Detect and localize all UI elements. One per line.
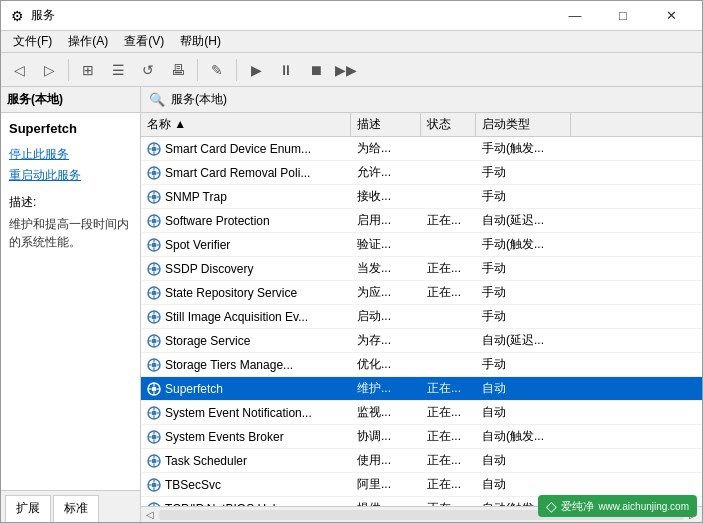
toolbar: ◁ ▷ ⊞ ☰ ↺ 🖶 ✎ ▶ ⏸ ⏹ ▶▶ [1,53,702,87]
close-button[interactable]: ✕ [648,1,694,31]
restart-service-link[interactable]: 重启动此服务 [9,167,132,184]
refresh-button[interactable]: ↺ [134,56,162,84]
service-startup-cell: 手动 [476,305,571,328]
service-desc-cell: 验证... [351,233,421,256]
service-startup-cell: 手动(触发... [476,137,571,160]
service-startup-cell: 手动(触发... [476,233,571,256]
menu-view[interactable]: 查看(V) [116,31,172,52]
maximize-button[interactable]: □ [600,1,646,31]
service-startup-cell: 自动 [476,449,571,472]
column-startup[interactable]: 启动类型 [476,113,571,136]
toolbar-separator-1 [68,59,69,81]
title-bar-controls: — □ ✕ [552,1,694,31]
minimize-button[interactable]: — [552,1,598,31]
table-row[interactable]: Software Protection 启用...正在...自动(延迟... [141,209,702,233]
watermark: ◇ 爱纯净 www.aichunjing.com [538,495,697,517]
left-panel-content: Superfetch 停止此服务 重启动此服务 描述: 维护和提高一段时间内的系… [1,113,140,490]
service-desc-cell: 提供... [351,497,421,506]
service-status-cell [421,146,476,152]
table-row[interactable]: Smart Card Removal Poli... 允许...手动 [141,161,702,185]
svg-point-25 [152,242,157,247]
service-desc-cell: 接收... [351,185,421,208]
service-name-cell: Software Protection [141,211,351,231]
table-row[interactable]: Smart Card Device Enum... 为给...手动(触发... [141,137,702,161]
watermark-url: www.aichunjing.com [598,501,689,512]
service-startup-cell: 自动 [476,377,571,400]
edit-button[interactable]: ✎ [203,56,231,84]
stop-button[interactable]: ⏹ [302,56,330,84]
service-table[interactable]: 名称 ▲ 描述 状态 启动类型 [141,113,702,506]
service-status-cell: 正在... [421,449,476,472]
service-desc-cell: 允许... [351,161,421,184]
service-desc-cell: 启动... [351,305,421,328]
table-row[interactable]: Storage Service 为存...自动(延迟... [141,329,702,353]
service-name-cell: Task Scheduler [141,451,351,471]
table-header: 名称 ▲ 描述 状态 启动类型 [141,113,702,137]
description-text: 维护和提高一段时间内的系统性能。 [9,215,132,251]
service-desc-cell: 为给... [351,137,421,160]
service-status-cell: 正在... [421,401,476,424]
selected-service-name: Superfetch [9,121,132,136]
start-button[interactable]: ▶ [242,56,270,84]
service-status-cell: 正在... [421,497,476,506]
service-name-cell: TCP/IP NetBIOS Helper [141,499,351,507]
service-desc-cell: 启用... [351,209,421,232]
service-startup-cell: 自动(触发... [476,425,571,448]
svg-point-1 [152,146,157,151]
show-hide-button[interactable]: ⊞ [74,56,102,84]
back-button[interactable]: ◁ [5,56,33,84]
left-panel: 服务(本地) Superfetch 停止此服务 重启动此服务 描述: 维护和提高… [1,87,141,522]
restart-button[interactable]: ▶▶ [332,56,360,84]
table-row[interactable]: System Event Notification... 监视...正在...自… [141,401,702,425]
svg-point-31 [152,266,157,271]
service-name-cell: Superfetch [141,379,351,399]
service-name-cell: SNMP Trap [141,187,351,207]
table-row[interactable]: Still Image Acquisition Ev... 启动...手动 [141,305,702,329]
left-panel-header: 服务(本地) [1,87,140,113]
scroll-left-button[interactable]: ◁ [143,509,157,520]
description-label: 描述: [9,194,132,211]
table-row[interactable]: Storage Tiers Manage... 优化...手动 [141,353,702,377]
print-button[interactable]: 🖶 [164,56,192,84]
table-row[interactable]: Superfetch 维护...正在...自动 [141,377,702,401]
service-name-cell: TBSecSvc [141,475,351,495]
menu-file[interactable]: 文件(F) [5,31,60,52]
menu-action[interactable]: 操作(A) [60,31,116,52]
service-startup-cell: 手动 [476,281,571,304]
table-body: Smart Card Device Enum... 为给...手动(触发... … [141,137,702,506]
main-window: ⚙ 服务 — □ ✕ 文件(F) 操作(A) 查看(V) 帮助(H) ◁ ▷ ⊞… [0,0,703,523]
pause-button[interactable]: ⏸ [272,56,300,84]
svg-point-43 [152,314,157,319]
list-view-button[interactable]: ☰ [104,56,132,84]
stop-service-link[interactable]: 停止此服务 [9,146,132,163]
main-area: 服务(本地) Superfetch 停止此服务 重启动此服务 描述: 维护和提高… [1,87,702,522]
service-desc-cell: 优化... [351,353,421,376]
column-name[interactable]: 名称 ▲ [141,113,351,136]
table-row[interactable]: Task Scheduler 使用...正在...自动 [141,449,702,473]
column-status[interactable]: 状态 [421,113,476,136]
forward-button[interactable]: ▷ [35,56,63,84]
column-desc[interactable]: 描述 [351,113,421,136]
tab-standard[interactable]: 标准 [53,495,99,522]
tab-expand[interactable]: 扩展 [5,495,51,522]
svg-point-79 [152,458,157,463]
search-icon: 🔍 [149,92,165,107]
svg-point-49 [152,338,157,343]
service-status-cell: 正在... [421,425,476,448]
table-row[interactable]: System Events Broker 协调...正在...自动(触发... [141,425,702,449]
service-name-cell: SSDP Discovery [141,259,351,279]
table-row[interactable]: State Repository Service 为应...正在...手动 [141,281,702,305]
service-desc-cell: 监视... [351,401,421,424]
table-row[interactable]: Spot Verifier 验证...手动(触发... [141,233,702,257]
service-status-cell: 正在... [421,377,476,400]
menu-help[interactable]: 帮助(H) [172,31,229,52]
table-row[interactable]: SNMP Trap 接收...手动 [141,185,702,209]
service-desc-cell: 为存... [351,329,421,352]
left-panel-title: 服务(本地) [7,92,63,106]
left-panel-tabs: 扩展 标准 [1,490,140,522]
window-title: 服务 [31,7,55,24]
service-status-cell [421,338,476,344]
service-startup-cell: 自动(延迟... [476,209,571,232]
table-row[interactable]: SSDP Discovery 当发...正在...手动 [141,257,702,281]
table-row[interactable]: TBSecSvc 阿里...正在...自动 [141,473,702,497]
